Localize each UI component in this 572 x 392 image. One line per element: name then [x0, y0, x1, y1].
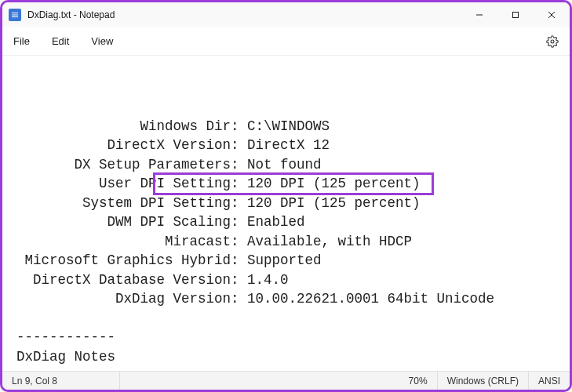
text-line: DxDiag Version: 10.00.22621.0001 64bit U… [16, 289, 563, 309]
text-editor[interactable]: Windows Dir: C:\WINDOWS DirectX Version:… [2, 56, 570, 371]
menu-edit[interactable]: Edit [50, 32, 71, 50]
status-encoding[interactable]: ANSI [529, 372, 570, 390]
text-line: ------------ [16, 366, 563, 371]
text-line: Windows Dir: C:\WINDOWS [16, 117, 563, 136]
settings-button[interactable] [545, 34, 560, 49]
notepad-icon [9, 9, 21, 21]
text-line: DirectX Version: DirectX 12 [16, 136, 563, 155]
text-line: ------------ [16, 328, 563, 347]
svg-rect-0 [12, 13, 18, 13]
menubar: File Edit View [2, 27, 570, 56]
text-line: DxDiag Notes [16, 347, 563, 367]
minimize-button[interactable] [461, 2, 497, 27]
svg-rect-4 [513, 13, 519, 18]
svg-rect-2 [12, 16, 18, 17]
window-title: DxDiag.txt - Notepad [27, 9, 115, 20]
close-button[interactable] [534, 2, 570, 27]
text-line: System DPI Setting: 120 DPI (125 percent… [16, 194, 563, 213]
status-cursor-position: Ln 9, Col 8 [2, 372, 120, 390]
text-line [16, 309, 563, 328]
status-line-ending[interactable]: Windows (CRLF) [438, 372, 529, 390]
text-line: DX Setup Parameters: Not found [16, 155, 563, 175]
text-line: DWM DPI Scaling: Enabled [16, 212, 563, 232]
notepad-window: DxDiag.txt - Notepad File Edit View [2, 2, 570, 390]
text-line: User DPI Setting: 120 DPI (125 percent) [16, 174, 563, 194]
maximize-button[interactable] [497, 2, 534, 27]
titlebar: DxDiag.txt - Notepad [2, 2, 570, 27]
text-line: Microsoft Graphics Hybrid: Supported [16, 251, 563, 270]
status-zoom[interactable]: 70% [399, 372, 438, 390]
text-line: DirectX Database Version: 1.4.0 [16, 270, 563, 290]
menu-view[interactable]: View [89, 32, 115, 50]
svg-point-7 [551, 40, 554, 43]
text-line: Miracast: Available, with HDCP [16, 232, 563, 252]
menu-file[interactable]: File [12, 32, 31, 50]
window-controls [461, 2, 570, 27]
statusbar: Ln 9, Col 8 70% Windows (CRLF) ANSI [2, 371, 570, 390]
svg-rect-1 [12, 15, 18, 16]
